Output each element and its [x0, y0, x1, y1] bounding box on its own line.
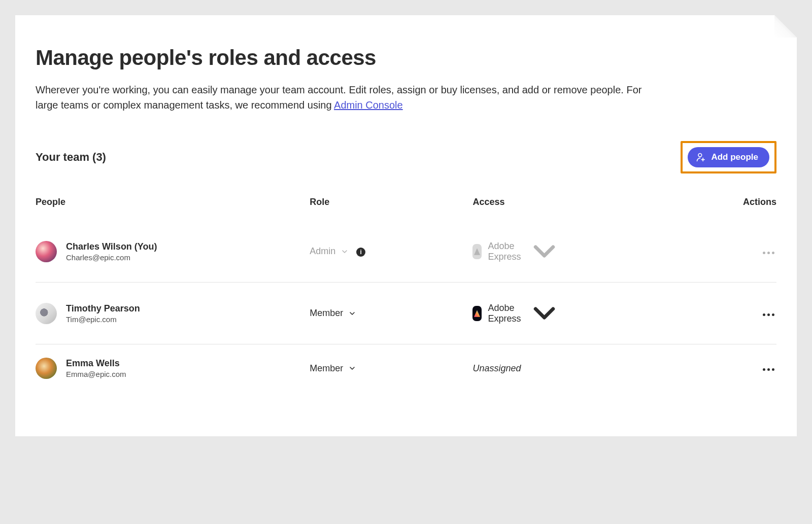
person-cell: Timothy Pearson Tim@epic.com — [36, 303, 310, 324]
access-label: Adobe Express — [488, 303, 521, 324]
team-header: Your team (3) Add people — [36, 141, 776, 173]
avatar — [36, 241, 57, 262]
person-cell: Charles Wilson (You) Charles@epic.com — [36, 241, 310, 262]
page-description: Wherever you're working, you can easily … — [36, 82, 645, 113]
table-row: Timothy Pearson Tim@epic.com Member — [36, 283, 776, 344]
access-dropdown[interactable]: Adobe Express — [472, 234, 562, 269]
add-people-button[interactable]: Add people — [688, 147, 769, 167]
chevron-down-icon — [527, 234, 562, 269]
chevron-down-icon — [348, 309, 356, 318]
col-access: Access — [472, 191, 687, 221]
role-dropdown[interactable]: Member — [310, 363, 356, 374]
person-cell: Emma Wells Emma@epic.com — [36, 358, 310, 379]
chevron-down-icon — [348, 364, 356, 372]
manage-people-card: Manage people's roles and access Whereve… — [15, 15, 797, 436]
chevron-down-icon — [527, 296, 562, 331]
col-people: People — [36, 191, 310, 221]
chevron-down-icon — [341, 248, 349, 256]
adobe-express-icon — [472, 244, 482, 259]
person-name: Charles Wilson (You) — [66, 241, 157, 252]
add-person-icon — [696, 152, 706, 162]
role-dropdown[interactable]: Member — [310, 308, 356, 319]
person-email: Tim@epic.com — [66, 315, 140, 324]
role-label: Member — [310, 308, 343, 319]
row-actions-menu[interactable] — [761, 310, 776, 319]
add-people-label: Add people — [711, 152, 758, 162]
page-curl-decoration — [774, 15, 797, 38]
access-label: Unassigned — [472, 363, 521, 374]
person-email: Emma@epic.com — [66, 370, 126, 378]
access-dropdown[interactable]: Unassigned — [472, 363, 527, 374]
row-actions-menu[interactable] — [761, 249, 776, 257]
svg-point-0 — [698, 154, 702, 157]
person-name: Emma Wells — [66, 358, 126, 369]
role-label: Member — [310, 363, 343, 374]
avatar — [36, 358, 57, 379]
admin-console-link[interactable]: Admin Console — [334, 99, 403, 111]
role-dropdown[interactable]: Admin — [310, 246, 349, 257]
access-label: Adobe Express — [488, 241, 521, 262]
col-role: Role — [310, 191, 472, 221]
team-title: Your team (3) — [36, 151, 106, 164]
access-dropdown[interactable]: Adobe Express — [472, 296, 562, 331]
add-people-highlight: Add people — [681, 141, 776, 173]
table-row: Charles Wilson (You) Charles@epic.com Ad… — [36, 221, 776, 283]
person-name: Timothy Pearson — [66, 303, 140, 314]
info-icon[interactable]: i — [356, 248, 365, 257]
role-label: Admin — [310, 246, 335, 257]
table-header-row: People Role Access Actions — [36, 191, 776, 221]
avatar — [36, 303, 57, 324]
table-row: Emma Wells Emma@epic.com Member Unassign… — [36, 344, 776, 393]
team-table: People Role Access Actions Charles Wilso… — [36, 191, 776, 392]
col-actions: Actions — [688, 191, 776, 221]
person-email: Charles@epic.com — [66, 253, 157, 262]
page-title: Manage people's roles and access — [36, 46, 776, 70]
adobe-express-icon — [472, 306, 482, 321]
row-actions-menu[interactable] — [761, 365, 776, 374]
